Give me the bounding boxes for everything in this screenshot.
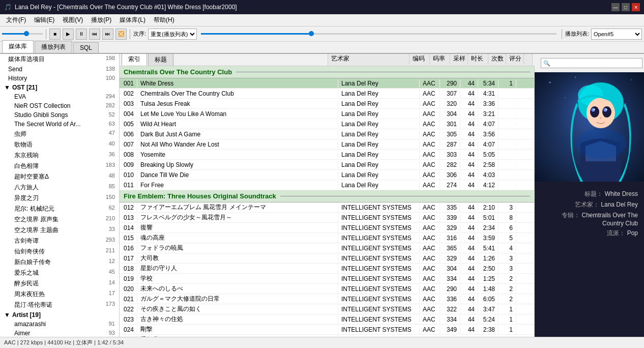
sidebar-item-drunkfolk[interactable]: 醉乡民谣 14 (0, 278, 119, 289)
menu-edit[interactable]: 编辑(E) (30, 15, 58, 25)
tab-title[interactable]: 标题 (148, 54, 173, 66)
stop-button[interactable]: ■ (49, 28, 61, 40)
track-row[interactable]: 006 Dark But Just A Game Lana Del Rey AA… (120, 129, 534, 139)
menu-help[interactable]: 帮助(H) (150, 15, 179, 25)
track-bitrate: 329 (440, 254, 460, 263)
track-row[interactable]: 008 Yosemite Lana Del Rey AAC 303 44 5:0… (120, 150, 534, 160)
tab-index[interactable]: 索引 (122, 54, 147, 66)
sidebar-item-aimer[interactable]: Aimer 93 (0, 329, 119, 337)
track-row[interactable]: 014 復響 INTELLIGENT SYSTEMS AAC 329 44 2:… (120, 223, 534, 233)
track-row[interactable]: 016 フォドラの暁風 INTELLIGENT SYSTEMS AAC 365 … (120, 243, 534, 253)
menu-file[interactable]: 文件(F) (2, 15, 30, 25)
track-row[interactable]: 024 剛撃 INTELLIGENT SYSTEMS AAC 349 44 2:… (120, 325, 534, 335)
sidebar-item-utamonogatari[interactable]: 歌物语 40 (0, 139, 119, 150)
tab-sql[interactable]: SQL (73, 42, 99, 53)
sidebar-item-kara2[interactable]: 空之境界 主题曲 33 (0, 225, 119, 236)
track-codec: AAC (420, 79, 440, 88)
header-artist[interactable]: 艺术家 (328, 54, 409, 65)
track-row[interactable]: 023 古き神々の住処 INTELLIGENT SYSTEMS AAC 334 … (120, 314, 534, 325)
sidebar-item-label: 空之境界 原声集 (14, 215, 58, 224)
sidebar-item-gujian[interactable]: 古剑奇谭 293 (0, 236, 119, 246)
track-row[interactable]: 007 Not All Who Wander Are Lost Lana Del… (120, 139, 534, 150)
track-bitrate: 290 (440, 285, 460, 293)
track-sample: 44 (460, 234, 478, 242)
sidebar-item-count: 48 (109, 172, 115, 181)
header-codec[interactable]: 编码 (409, 54, 430, 65)
track-row[interactable]: 020 未来へのしるべ INTELLIGENT SYSTEMS AAC 290 … (120, 284, 534, 294)
track-row[interactable]: 004 Let Me Love You Like A Woman Lana De… (120, 109, 534, 119)
sidebar-item-library[interactable]: 媒体库选项目 198 (0, 54, 119, 65)
track-row[interactable]: 012 ファイアーエムブレム 風花雪月 メインテーマ INTELLIGENT S… (120, 202, 534, 213)
track-codec: AAC (420, 254, 440, 263)
pause-button[interactable]: ⏸ (76, 28, 87, 40)
close-button[interactable]: ✕ (632, 3, 640, 11)
track-row[interactable]: 015 魂の高座 INTELLIGENT SYSTEMS AAC 316 44 … (120, 233, 534, 243)
track-row[interactable]: 002 Chemtrails Over The Country Club Lan… (120, 89, 534, 99)
header-sample[interactable]: 采样 (450, 54, 468, 65)
progress-slider[interactable] (201, 33, 557, 35)
track-row[interactable]: 013 フレスベルグの少女～風花雪月～ INTELLIGENT SYSTEMS … (120, 213, 534, 223)
menu-view[interactable]: 视图(V) (58, 15, 87, 25)
track-row[interactable]: 001 White Dress Lana Del Rey AAC 290 44 … (120, 78, 534, 89)
track-title: 星影の守り人 (137, 264, 338, 273)
track-title: 魂の高座 (137, 233, 338, 243)
header-duration[interactable]: 时长 (468, 54, 488, 65)
track-row[interactable]: 011 For Free Lana Del Rey AAC 274 44 4:1… (120, 180, 534, 190)
sidebar-item-mushishi[interactable]: 虫师 47 (0, 129, 119, 139)
sidebar-item-bainiangzi[interactable]: 新白娘子传奇 12 (0, 257, 119, 268)
tab-playlist[interactable]: 播放列表 (35, 41, 72, 53)
menu-library[interactable]: 媒体库(L) (115, 15, 150, 25)
sidebar-item-ghibli[interactable]: Studio Ghibli Songs 52 (0, 110, 119, 120)
sidebar-item-nier[interactable]: NieR OST Collection 282 (0, 101, 119, 110)
track-row[interactable]: 010 Dance Till We Die Lana Del Rey AAC 3… (120, 170, 534, 180)
menu-play[interactable]: 播放(P) (87, 15, 115, 25)
sidebar-item-history[interactable]: History 100 (0, 74, 119, 83)
sidebar-item-xenoblade[interactable]: 异度之刃 150 (0, 193, 119, 204)
random-button[interactable]: 🔀 (115, 28, 127, 40)
sidebar-item-tokyohibiki[interactable]: 东京残响 36 (0, 150, 119, 161)
sidebar-item-xianjian[interactable]: 仙剑奇侠传 211 (0, 246, 119, 257)
album-separator (280, 196, 530, 196)
track-num: 018 (120, 265, 137, 273)
track-row[interactable]: 025 香気兆し INTELLIGENT SYSTEMS AAC 316 44 … (120, 335, 534, 337)
order-select[interactable]: 重复(播放列表) (148, 28, 197, 40)
playlist-select[interactable]: Open#5 (591, 28, 642, 40)
track-row[interactable]: 009 Breaking Up Slowly Lana Del Rey AAC … (120, 160, 534, 170)
track-row[interactable]: 022 その疾きこと風の如く INTELLIGENT SYSTEMS AAC 3… (120, 304, 534, 314)
titlebar-controls[interactable]: — □ ✕ (611, 3, 640, 11)
track-row[interactable]: 017 大司教 INTELLIGENT SYSTEMS AAC 329 44 1… (120, 253, 534, 264)
sidebar-item-shirokisouha[interactable]: 白色相簿 183 (0, 161, 119, 171)
search-input[interactable] (550, 60, 640, 66)
header-plays[interactable]: 次数 (488, 54, 506, 65)
sidebar-item-send[interactable]: Send 138 (0, 65, 119, 74)
next-button[interactable]: ⏭ (102, 28, 113, 40)
sidebar-item-nier2[interactable]: 尼尔: 机械纪元 62 (0, 204, 119, 214)
sidebar-item-eva[interactable]: EVA 294 (0, 92, 119, 101)
sidebar-item-macross[interactable]: 超时空要塞Δ 48 (0, 171, 119, 182)
sidebar-item-tarantino[interactable]: 昆汀·塔伦蒂诺 173 (0, 300, 119, 310)
track-row[interactable]: 021 ガルグ＝マク大修道院の日常 INTELLIGENT SYSTEMS AA… (120, 294, 534, 304)
track-row[interactable]: 003 Tulsa Jesus Freak Lana Del Rey AAC 3… (120, 99, 534, 109)
play-button[interactable]: ▶ (63, 28, 74, 40)
volume-slider[interactable] (2, 33, 43, 35)
prev-button[interactable]: ⏮ (89, 28, 100, 40)
sidebar-item-amazarashi[interactable]: amazarashi 91 (0, 320, 119, 329)
sidebar-group-artist[interactable]: ▼ Artist [19] (0, 310, 119, 320)
album2-tracks: 012 ファイアーエムブレム 風花雪月 メインテーマ INTELLIGENT S… (120, 202, 534, 337)
album-art-svg (535, 72, 644, 182)
tab-library[interactable]: 媒体库 (2, 40, 34, 53)
track-row[interactable]: 019 学校 INTELLIGENT SYSTEMS AAC 334 44 1:… (120, 274, 534, 284)
sidebar-item-secretworld[interactable]: The Secret World of Ar... 63 (0, 120, 119, 129)
maximize-button[interactable]: □ (622, 3, 630, 11)
track-row[interactable]: 005 Wild At Heart Lana Del Rey AAC 301 4… (120, 119, 534, 129)
sidebar-item-saturdaynight[interactable]: 周末夜狂热 17 (0, 289, 119, 300)
minimize-button[interactable]: — (611, 3, 620, 11)
sidebar-item-octopath[interactable]: 八方旅人 85 (0, 182, 119, 193)
sidebar-group-ost[interactable]: ▼ OST [21] (0, 83, 119, 92)
sidebar-item-lalaland[interactable]: 爱乐之城 45 (0, 268, 119, 278)
header-bitrate[interactable]: 码率 (430, 54, 450, 65)
header-rating[interactable]: 评分 (506, 54, 524, 65)
sidebar-item-kara1[interactable]: 空之境界 原声集 210 (0, 214, 119, 225)
track-row[interactable]: 018 星影の守り人 INTELLIGENT SYSTEMS AAC 304 4… (120, 264, 534, 274)
toolbar-separator-2 (130, 29, 130, 39)
